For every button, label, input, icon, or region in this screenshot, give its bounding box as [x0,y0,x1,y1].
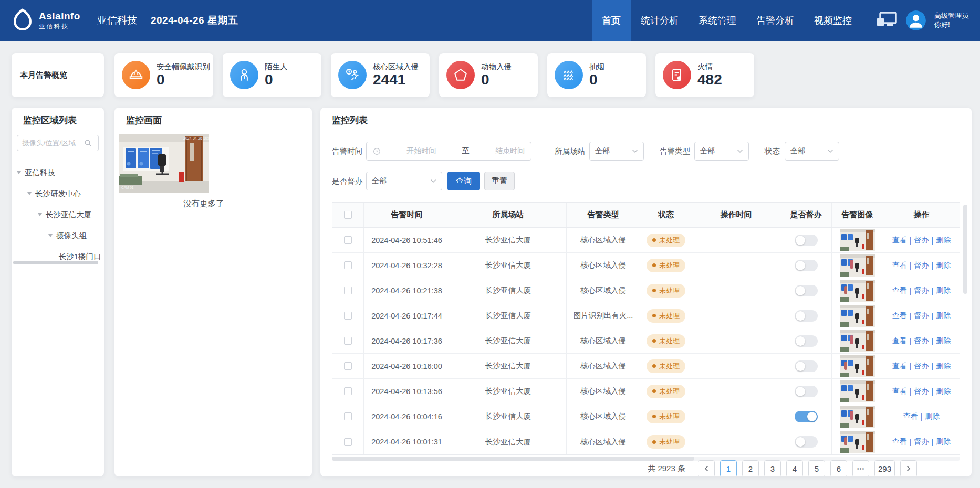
alarm-image-thumbnail[interactable] [840,431,875,453]
view-link[interactable]: 查看 [892,236,907,245]
delete-link[interactable]: 删除 [936,437,951,447]
alarm-image-thumbnail[interactable] [840,305,875,327]
row-checkbox[interactable] [344,312,352,320]
supervise-link[interactable]: 督办 [914,311,929,321]
toggle-knob-icon [796,286,805,295]
tree-node-4[interactable]: 摄像头组 [48,228,87,243]
supervise-toggle[interactable] [795,235,818,246]
camera-preview-image[interactable]: 2024-04-26 10:08 CAM 01 [119,134,209,193]
header-actions: 操作 [883,203,960,227]
delete-link[interactable]: 删除 [936,311,951,321]
delete-link[interactable]: 删除 [925,412,940,421]
page-button-5[interactable]: 5 [808,460,825,476]
nav-item-3[interactable]: 系统管理 [689,0,746,41]
row-checkbox[interactable] [344,438,352,446]
query-button[interactable]: 查询 [447,172,480,190]
tree-caret-icon[interactable] [27,192,32,195]
delete-link[interactable]: 删除 [936,387,951,396]
row-checkbox[interactable] [344,387,352,395]
view-link[interactable]: 查看 [892,362,907,371]
page-button-1[interactable]: 1 [720,460,737,476]
page-button-6[interactable]: 6 [830,460,847,476]
supervise-toggle[interactable] [795,285,818,296]
view-link[interactable]: 查看 [892,311,907,321]
monitor-wall-icon[interactable] [875,12,898,29]
alarm-type-select[interactable]: 全部 [694,142,749,161]
alarm-image-thumbnail[interactable] [840,280,875,302]
nav-item-5[interactable]: 视频监控 [804,0,862,41]
supervise-toggle[interactable] [795,436,818,448]
tree-node-2[interactable]: 长沙研发中心 [27,186,81,201]
view-link[interactable]: 查看 [892,261,907,270]
alarm-time-range-picker[interactable]: 开始时间 至 结束时间 [366,142,531,161]
main-menu: 首页统计分析系统管理告警分析视频监控 [592,0,862,41]
tree-caret-icon[interactable] [17,171,21,174]
nav-item-2[interactable]: 统计分析 [631,0,689,41]
supervise-link[interactable]: 督办 [914,261,929,270]
search-icon[interactable] [84,139,92,147]
region-tree-hscrollbar[interactable] [13,261,98,264]
stat-card-3: 核心区域入侵2441 [331,53,430,97]
supervise-link[interactable]: 督办 [914,336,929,346]
page-button-293[interactable]: 293 [874,460,895,476]
alarm-image-thumbnail[interactable] [840,330,875,352]
page-ellipsis[interactable]: ••• [852,460,869,476]
row-checkbox[interactable] [344,236,352,244]
tree-node-3[interactable]: 长沙亚信大厦 [38,207,91,222]
supervise-link[interactable]: 督办 [914,387,929,396]
table-vscrollbar[interactable] [963,205,967,451]
alarm-image-thumbnail[interactable] [840,229,875,251]
supervise-link[interactable]: 督办 [914,236,929,245]
view-link[interactable]: 查看 [892,286,907,295]
row-checkbox[interactable] [344,287,352,294]
supervise-link[interactable]: 督办 [914,362,929,371]
nav-item-1[interactable]: 首页 [592,0,631,41]
prev-page-button[interactable] [698,460,715,476]
view-link[interactable]: 查看 [903,412,918,421]
user-avatar[interactable] [906,10,926,30]
view-link[interactable]: 查看 [892,437,907,447]
tree-node-1[interactable]: 亚信科技 [17,165,55,180]
delete-link[interactable]: 删除 [936,362,951,371]
station-select[interactable]: 全部 [589,142,644,161]
tree-caret-icon[interactable] [48,234,53,237]
reset-button[interactable]: 重置 [484,172,515,190]
supervise-toggle[interactable] [795,310,818,322]
supervise-select[interactable]: 全部 [366,172,442,190]
delete-link[interactable]: 删除 [936,236,951,245]
status-dot-icon [652,314,656,317]
supervise-toggle[interactable] [795,411,818,422]
next-page-button[interactable] [900,460,917,476]
page-button-4[interactable]: 4 [786,460,803,476]
status-select[interactable]: 全部 [785,142,839,161]
page-button-3[interactable]: 3 [764,460,781,476]
alarm-image-thumbnail[interactable] [840,355,875,377]
alarm-image-thumbnail[interactable] [840,254,875,277]
page-button-2[interactable]: 2 [742,460,759,476]
supervise-link[interactable]: 督办 [914,437,929,447]
delete-link[interactable]: 删除 [936,286,951,295]
end-time-placeholder[interactable]: 结束时间 [495,146,525,156]
start-time-placeholder[interactable]: 开始时间 [406,146,436,156]
view-link[interactable]: 查看 [892,336,907,346]
camera-search-input[interactable] [22,139,84,147]
alarm-image-thumbnail[interactable] [840,380,875,402]
delete-link[interactable]: 删除 [936,336,951,346]
row-checkbox[interactable] [344,362,352,370]
tree-caret-icon[interactable] [38,213,42,216]
supervise-link[interactable]: 督办 [914,286,929,295]
select-all-checkbox[interactable] [344,211,352,219]
row-checkbox[interactable] [344,337,352,345]
user-greeting[interactable]: 高级管理员 你好! [934,12,968,29]
supervise-toggle[interactable] [795,260,818,271]
row-checkbox[interactable] [344,261,352,269]
supervise-toggle[interactable] [795,360,818,372]
fire-icon [663,61,691,89]
view-link[interactable]: 查看 [892,387,907,396]
row-checkbox[interactable] [344,412,352,420]
supervise-toggle[interactable] [795,335,818,347]
nav-item-4[interactable]: 告警分析 [746,0,804,41]
supervise-toggle[interactable] [795,386,818,397]
delete-link[interactable]: 删除 [936,261,951,270]
alarm-image-thumbnail[interactable] [840,406,875,428]
